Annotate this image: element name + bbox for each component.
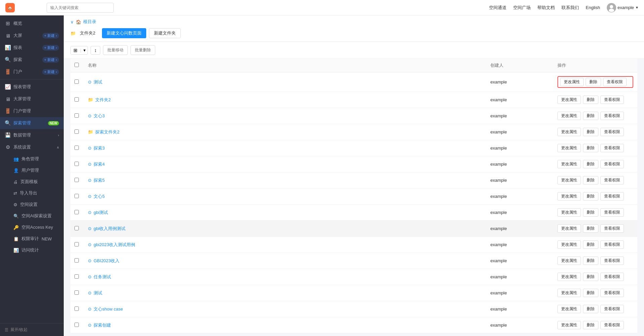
new-folder-button[interactable]: 新建文件夹 [149, 28, 181, 38]
edit-btn[interactable]: 更改属性 [557, 257, 581, 265]
row-checkbox[interactable] [74, 242, 79, 246]
sidebar-item-portal[interactable]: 🚪 门户 + 新建 › [0, 66, 64, 78]
row-checkbox[interactable] [74, 178, 79, 182]
perms-btn[interactable]: 查看权限 [600, 112, 624, 120]
edit-btn[interactable]: 更改属性 [557, 240, 581, 249]
perms-btn[interactable]: 查看权限 [600, 240, 624, 249]
edit-btn[interactable]: 更改属性 [557, 224, 581, 233]
sidebar-sub-ai-explore[interactable]: 🔍 空间AI探索设置 [0, 210, 64, 222]
delete-btn[interactable]: 删除 [583, 321, 598, 329]
row-checkbox[interactable] [74, 210, 79, 214]
list-view-btn[interactable]: ▼ [81, 47, 88, 54]
sidebar-footer[interactable]: ☰ 展开/收起 [0, 323, 64, 336]
delete-btn[interactable]: 删除 [583, 273, 598, 281]
sidebar-item-report[interactable]: 📊 报表 + 新建 › [0, 42, 64, 54]
perms-btn[interactable]: 查看权限 [600, 176, 624, 184]
search-input[interactable] [47, 3, 114, 13]
delete-btn[interactable]: 删除 [583, 192, 598, 201]
sidebar-item-data-mgmt[interactable]: 💾 数据管理 › [0, 129, 64, 141]
perms-btn[interactable]: 查看权限 [600, 144, 624, 152]
edit-btn[interactable]: 更改属性 [557, 321, 581, 329]
item-name[interactable]: ⊙ GBI2023收入 [88, 258, 482, 264]
perms-btn[interactable]: 查看权限 [600, 273, 624, 281]
breadcrumb-root[interactable]: 根目录 [83, 19, 96, 25]
new-page-button[interactable]: 新建文心问数页面 [102, 28, 146, 38]
delete-btn[interactable]: 删除 [583, 208, 598, 217]
perms-btn[interactable]: 查看权限 [600, 224, 624, 233]
item-name[interactable]: ⊙ 文心5 [88, 193, 482, 200]
delete-btn[interactable]: 删除 [583, 240, 598, 249]
row-checkbox[interactable] [74, 323, 79, 327]
row-checkbox[interactable] [74, 146, 79, 150]
item-name[interactable]: ⊙ gbi收入用例测试 [88, 226, 482, 232]
perms-btn[interactable]: 查看权限 [600, 96, 624, 104]
row-checkbox[interactable] [74, 258, 79, 263]
sidebar-item-bigscreen[interactable]: 🖥 大屏 + 新建 › [0, 30, 64, 42]
portal-new-btn[interactable]: + 新建 › [42, 69, 59, 75]
item-name[interactable]: ⊙ 测试 [88, 290, 482, 296]
sidebar-item-portal-mgmt[interactable]: 🚪 门户管理 [0, 105, 64, 117]
edit-btn[interactable]: 更改属性 [557, 176, 581, 184]
sidebar-sub-page-template[interactable]: 🖨 页面模板 [0, 176, 64, 187]
item-name[interactable]: 📁 文件夹2 [88, 97, 482, 103]
row-checkbox[interactable] [74, 129, 79, 134]
select-all-checkbox[interactable] [74, 63, 79, 67]
perms-btn[interactable]: 查看权限 [600, 305, 624, 313]
edit-btn[interactable]: 更改属性 [560, 78, 584, 86]
item-name[interactable]: ⊙ gbi测试 [88, 210, 482, 216]
perms-btn[interactable]: 查看权限 [600, 208, 624, 217]
edit-btn[interactable]: 更改属性 [557, 96, 581, 104]
item-name[interactable]: ⊙ 测试 [88, 79, 482, 85]
delete-btn[interactable]: 删除 [583, 289, 598, 297]
row-checkbox[interactable] [74, 97, 79, 102]
sidebar-item-bigscreen-mgmt[interactable]: 🖥 大屏管理 [0, 93, 64, 105]
delete-btn[interactable]: 删除 [583, 96, 598, 104]
delete-btn[interactable]: 删除 [586, 78, 601, 86]
nav-help-docs[interactable]: 帮助文档 [537, 5, 555, 11]
sidebar-item-report-mgmt[interactable]: 📈 报表管理 [0, 81, 64, 93]
item-name[interactable]: ⊙ 任务测试 [88, 274, 482, 280]
delete-btn[interactable]: 删除 [583, 112, 598, 120]
row-checkbox[interactable] [74, 162, 79, 166]
sidebar-item-explore-mgmt[interactable]: 🔍 探索管理 NEW [0, 117, 64, 129]
nav-space-plaza[interactable]: 空间广场 [513, 5, 531, 11]
batch-move-button[interactable]: 批量移动 [103, 45, 128, 55]
perms-btn[interactable]: 查看权限 [600, 160, 624, 168]
sidebar-sub-perm-audit[interactable]: 📋 权限审计 NEW [0, 233, 64, 244]
sidebar-item-explore[interactable]: 🔍 探索 + 新建 › [0, 54, 64, 66]
delete-btn[interactable]: 删除 [583, 160, 598, 168]
delete-btn[interactable]: 删除 [583, 257, 598, 265]
edit-btn[interactable]: 更改属性 [557, 208, 581, 217]
sidebar-sub-visit-stats[interactable]: 📊 访问统计 [0, 244, 64, 256]
delete-btn[interactable]: 删除 [583, 176, 598, 184]
item-name[interactable]: ⊙ 文心3 [88, 113, 482, 119]
edit-btn[interactable]: 更改属性 [557, 128, 581, 136]
row-checkbox[interactable] [74, 194, 79, 198]
row-checkbox[interactable] [74, 274, 79, 279]
sidebar-sub-access-key[interactable]: 🔑 空间Access Key [0, 222, 64, 233]
sidebar-sub-space-settings[interactable]: ⚙ 空间设置 [0, 199, 64, 210]
perms-btn[interactable]: 查看权限 [603, 78, 627, 86]
sidebar-item-overview[interactable]: ⊞ 概览 [0, 17, 64, 30]
explore-new-btn[interactable]: + 新建 › [42, 57, 59, 63]
perms-btn[interactable]: 查看权限 [600, 128, 624, 136]
nav-language[interactable]: English [586, 5, 600, 10]
delete-btn[interactable]: 删除 [583, 305, 598, 313]
sidebar-sub-user-mgmt[interactable]: 👤 用户管理 [0, 165, 64, 176]
perms-btn[interactable]: 查看权限 [600, 289, 624, 297]
sidebar-sub-role-mgmt[interactable]: 👥 角色管理 [0, 153, 64, 165]
item-name[interactable]: ⊙ 探索创建 [88, 322, 482, 328]
item-name[interactable]: ⊙ 探索4 [88, 161, 482, 167]
edit-btn[interactable]: 更改属性 [557, 273, 581, 281]
edit-btn[interactable]: 更改属性 [557, 289, 581, 297]
perms-btn[interactable]: 查看权限 [600, 321, 624, 329]
delete-btn[interactable]: 删除 [583, 128, 598, 136]
item-name[interactable]: ⊙ 文心show case [88, 306, 482, 312]
batch-delete-button[interactable]: 批量删除 [130, 45, 155, 55]
edit-btn[interactable]: 更改属性 [557, 112, 581, 120]
item-name[interactable]: ⊙ 探索5 [88, 177, 482, 183]
row-checkbox[interactable] [74, 226, 79, 230]
brand-logo[interactable]: 🏠 第一个空间 [5, 3, 43, 12]
perms-btn[interactable]: 查看权限 [600, 192, 624, 201]
row-checkbox[interactable] [74, 113, 79, 118]
